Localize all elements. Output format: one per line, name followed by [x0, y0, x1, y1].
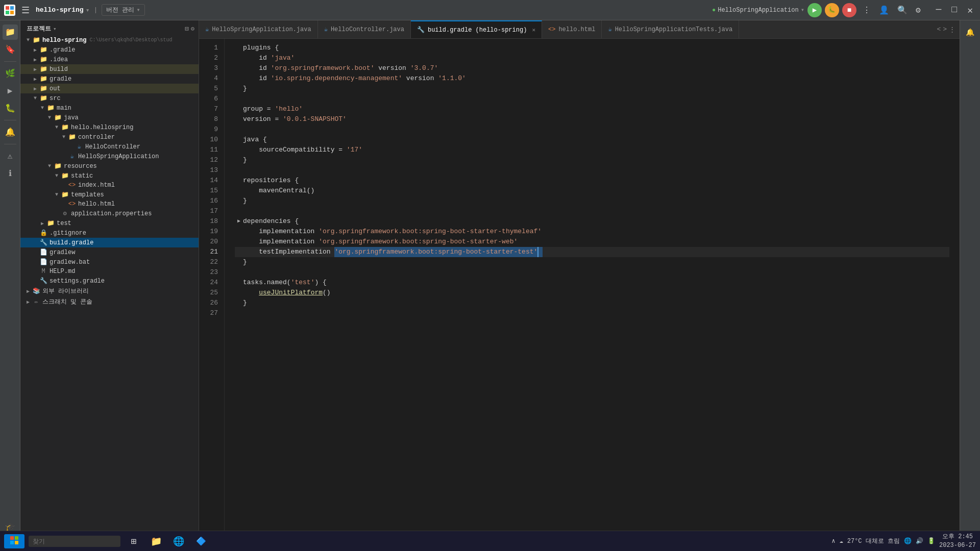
tree-collapse-icon[interactable]: ⊟ [185, 25, 189, 33]
editor-area: ☕ HelloSpringApplication.java ☕ HelloCon… [199, 20, 960, 535]
run-configuration[interactable]: ● HelloSpringApplication ▾ [712, 6, 804, 14]
list-item[interactable]: ▶ 📁 build [20, 64, 199, 74]
editor-content: 1 2 3 4 5 6 7 8 9 10 11 12 13 14 15 16 1… [199, 39, 960, 535]
debug-icon-side[interactable]: 🐛 [3, 101, 18, 116]
project-name-label[interactable]: hello-spring ▾ [36, 6, 89, 14]
tree-header-arrow[interactable]: ▾ [53, 26, 57, 32]
titlebar: ☰ hello-spring ▾ | 버전 관리 ▾ ● HelloSpring… [0, 0, 980, 20]
tab-left-scroll[interactable]: < [937, 26, 941, 33]
list-item[interactable]: 📄 gradlew [20, 247, 199, 257]
list-item[interactable]: ▶ 📁 .idea [20, 55, 199, 64]
svg-rect-0 [6, 6, 9, 10]
list-item[interactable]: <> hello.html [20, 199, 199, 209]
version-control-button[interactable]: 버전 관리 ▾ [102, 4, 144, 16]
account-icon[interactable]: 👤 [877, 3, 891, 17]
start-button[interactable] [4, 534, 24, 548]
list-item[interactable]: 🔧 build.gradle [20, 238, 199, 247]
taskbar-explorer[interactable]: 📁 [147, 532, 165, 550]
taskbar-multidesktop[interactable]: ⊞ [125, 532, 143, 550]
tab-hello-controller[interactable]: ☕ HelloController.java [318, 20, 411, 38]
settings-icon[interactable]: ⚙ [914, 3, 923, 17]
clock[interactable]: 오후 2:45 2023-06-27 [939, 533, 976, 550]
network-icon[interactable]: 🌐 [904, 537, 912, 545]
list-item[interactable]: ▼ 📁 controller [20, 132, 199, 142]
tree-header-actions: ⊟ ⚙ [185, 25, 194, 33]
project-icon[interactable]: 📁 [3, 24, 18, 40]
taskbar-jetbrains[interactable]: 🔷 [192, 532, 210, 550]
tab-more-icon[interactable]: ⋮ [949, 26, 955, 34]
list-item[interactable]: ▶ 📁 test [20, 218, 199, 228]
tab-hello-html[interactable]: <> hello.html [542, 20, 602, 38]
more-options-icon[interactable]: ⋮ [861, 3, 873, 17]
weather-label: 27°C 대체로 흐림 [847, 537, 900, 545]
code-line-16: } [235, 196, 949, 206]
tab-hello-spring-app[interactable]: ☕ HelloSpringApplication.java [199, 20, 318, 38]
bookmarks-icon[interactable]: 🔖 [3, 42, 18, 57]
list-item[interactable]: ▼ 📁 static [20, 171, 199, 181]
line-numbers: 1 2 3 4 5 6 7 8 9 10 11 12 13 14 15 16 1… [199, 39, 225, 535]
sound-icon[interactable]: 🔊 [916, 537, 923, 545]
list-item[interactable]: 🔧 settings.gradle [20, 276, 199, 286]
notifications-right-icon[interactable]: 🔔 [963, 24, 978, 40]
debug-button[interactable]: 🐛 [825, 3, 839, 17]
window-controls: ─ □ ✕ [933, 5, 976, 16]
fold-arrow-18[interactable]: ▶ [235, 216, 243, 227]
info-icon[interactable]: ℹ [3, 166, 18, 181]
list-item[interactable]: ▶ 📁 gradle [20, 74, 199, 84]
hamburger-menu[interactable]: ☰ [19, 3, 32, 18]
svg-rect-4 [10, 536, 14, 540]
tab-right-scroll[interactable]: > [943, 26, 947, 33]
notifications-icon[interactable]: 🔔 [3, 124, 18, 140]
code-line-8: version = '0.0.1-SNAPSHOT' [235, 114, 949, 124]
tree-settings-icon[interactable]: ⚙ [191, 25, 194, 33]
file-tree: 프로젝트 ▾ ⊟ ⚙ ▼ 📁 hello-spring C:\Users\qkq… [20, 20, 199, 535]
run-icon[interactable]: ▶ [3, 83, 18, 98]
svg-rect-5 [15, 536, 18, 540]
close-button[interactable]: ✕ [964, 5, 976, 16]
list-item[interactable]: ☕ HelloSpringApplication [20, 152, 199, 161]
list-item[interactable]: ▼ 📁 src [20, 93, 199, 103]
search-icon[interactable]: 🔍 [895, 3, 910, 17]
battery-icon[interactable]: 🔋 [927, 537, 935, 545]
list-item[interactable]: ▶ 📚 외부 라이브러리 [20, 286, 199, 296]
code-line-24: tasks.named('test') { [235, 278, 949, 288]
problems-icon[interactable]: ⚠ [3, 148, 18, 164]
taskbar-chrome[interactable]: 🌐 [169, 532, 188, 550]
list-item[interactable]: ▶ ✏ 스크래치 및 콘솔 [20, 296, 199, 307]
list-item[interactable]: M HELP.md [20, 267, 199, 276]
tab-build-gradle[interactable]: 🔧 build.gradle (hello-spring) ✕ [411, 20, 542, 38]
svg-rect-2 [6, 11, 9, 14]
app-logo [4, 5, 15, 16]
list-item[interactable]: ⚙ application.properties [20, 209, 199, 218]
svg-rect-7 [15, 541, 18, 544]
run-button[interactable]: ▶ [807, 3, 822, 17]
code-line-2: id 'java' [235, 53, 949, 63]
maximize-button[interactable]: □ [948, 5, 960, 16]
list-item[interactable]: 📄 gradlew.bat [20, 257, 199, 267]
list-item[interactable]: ▼ 📁 main [20, 103, 199, 113]
code-line-17 [235, 206, 949, 216]
tab-close-icon[interactable]: ✕ [532, 27, 535, 33]
taskbar-search[interactable] [29, 536, 120, 547]
list-item[interactable]: ▶ 📁 .gradle [20, 45, 199, 55]
list-item[interactable]: 🔒 .gitignore [20, 228, 199, 238]
list-item[interactable]: ▼ 📁 resources [20, 161, 199, 171]
list-item[interactable]: ▼ 📁 templates [20, 190, 199, 199]
minimize-button[interactable]: ─ [933, 5, 945, 16]
tab-spring-app-tests[interactable]: ☕ HelloSpringApplicationTests.java [602, 20, 739, 38]
code-editor[interactable]: plugins { id 'java' id 'org.springframew… [225, 39, 960, 535]
list-item[interactable]: ▼ 📁 hello.hellospring [20, 122, 199, 132]
list-item[interactable]: ☕ HelloController [20, 142, 199, 152]
system-tray: ∧ ☁ 27°C 대체로 흐림 🌐 🔊 🔋 오후 2:45 2023-06-27 [831, 533, 976, 550]
list-item[interactable]: ▼ 📁 java [20, 113, 199, 122]
code-line-10: java { [235, 135, 949, 145]
code-line-27 [235, 308, 949, 318]
list-item[interactable]: ▼ 📁 hello-spring C:\Users\qkqhd\Desktop\… [20, 35, 199, 45]
list-item[interactable]: <> index.html [20, 181, 199, 190]
weather-icon: ☁ [840, 537, 843, 545]
list-item[interactable]: ▶ 📁 out [20, 84, 199, 93]
code-line-26: } [235, 298, 949, 308]
git-icon[interactable]: 🌿 [3, 66, 18, 81]
stop-button[interactable]: ■ [842, 3, 856, 17]
code-line-9 [235, 124, 949, 135]
